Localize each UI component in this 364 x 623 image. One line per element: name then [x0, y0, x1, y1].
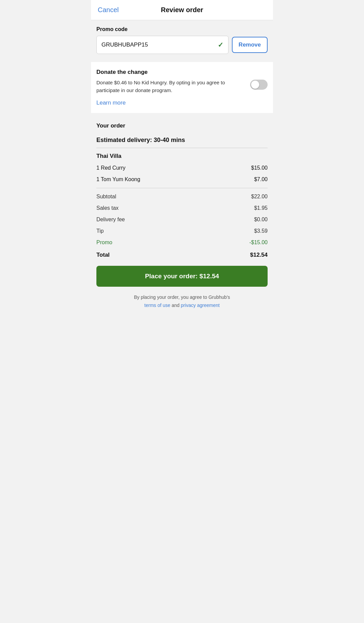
- tip-value: $3.59: [254, 228, 268, 234]
- terms-of-use-link[interactable]: terms of use: [144, 303, 170, 308]
- learn-more-link[interactable]: Learn more: [96, 100, 268, 106]
- donate-body: Donate $0.46 to No Kid Hungry. By opting…: [96, 79, 268, 94]
- header: Cancel Review order: [91, 0, 273, 20]
- donate-section: Donate the change Donate $0.46 to No Kid…: [91, 62, 273, 113]
- subtotal-label: Subtotal: [96, 194, 116, 200]
- total-value: $12.54: [250, 252, 268, 258]
- order-item-row: 1 Tom Yum Koong $7.00: [96, 174, 268, 185]
- cancel-button[interactable]: Cancel: [98, 6, 119, 14]
- summary-tax-row: Sales tax $1.95: [96, 202, 268, 214]
- restaurant-name: Thai Villa: [96, 148, 268, 162]
- privacy-agreement-link[interactable]: privacy agreement: [181, 303, 220, 308]
- donate-description: Donate $0.46 to No Kid Hungry. By opting…: [96, 79, 245, 94]
- page-title: Review order: [161, 6, 203, 14]
- remove-promo-button[interactable]: Remove: [232, 37, 268, 53]
- order-item-price-1: $15.00: [251, 165, 268, 171]
- promo-check-icon: ✓: [218, 41, 223, 49]
- estimated-delivery: Estimated delivery: 30-40 mins: [96, 132, 268, 148]
- promo-discount-value: -$15.00: [249, 239, 268, 246]
- promo-discount-label: Promo: [96, 239, 112, 246]
- total-row: Total $12.54: [96, 248, 268, 260]
- your-order-section: Your order: [91, 117, 273, 132]
- place-order-button[interactable]: Place your order: $12.54: [96, 266, 268, 287]
- your-order-title: Your order: [96, 122, 268, 129]
- total-label: Total: [96, 252, 110, 258]
- footer-agreement-text: By placing your order, you agree to Grub…: [134, 294, 230, 300]
- donate-toggle-wrapper[interactable]: [250, 80, 268, 90]
- order-details: Estimated delivery: 30-40 mins Thai Vill…: [91, 132, 273, 260]
- promo-code-label: Promo code: [96, 26, 268, 32]
- order-item-row: 1 Red Curry $15.00: [96, 162, 268, 174]
- promo-code-value: GRUBHUBAPP15: [101, 41, 148, 48]
- summary-promo-row: Promo -$15.00: [96, 237, 268, 248]
- summary-tip-row: Tip $3.59: [96, 225, 268, 237]
- donate-title: Donate the change: [96, 69, 268, 76]
- tax-label: Sales tax: [96, 205, 119, 211]
- summary-delivery-row: Delivery fee $0.00: [96, 214, 268, 225]
- delivery-fee-value: $0.00: [254, 217, 268, 223]
- donate-toggle[interactable]: [250, 80, 268, 90]
- order-item-name-1: 1 Red Curry: [96, 165, 125, 171]
- promo-code-section: Promo code GRUBHUBAPP15 ✓ Remove: [91, 20, 273, 58]
- delivery-fee-label: Delivery fee: [96, 217, 125, 223]
- order-item-name-2: 1 Tom Yum Koong: [96, 176, 140, 182]
- tax-value: $1.95: [254, 205, 268, 211]
- divider: [96, 188, 268, 188]
- footer-and-text: and: [172, 303, 181, 308]
- footer: By placing your order, you agree to Grub…: [91, 290, 273, 320]
- tip-label: Tip: [96, 228, 104, 234]
- toggle-knob: [251, 81, 259, 89]
- cta-section: Place your order: $12.54: [91, 260, 273, 290]
- subtotal-value: $22.00: [251, 194, 268, 200]
- order-item-price-2: $7.00: [254, 176, 268, 182]
- promo-code-input-wrapper: GRUBHUBAPP15 ✓: [96, 36, 229, 54]
- promo-input-row: GRUBHUBAPP15 ✓ Remove: [96, 36, 268, 54]
- summary-subtotal-row: Subtotal $22.00: [96, 191, 268, 202]
